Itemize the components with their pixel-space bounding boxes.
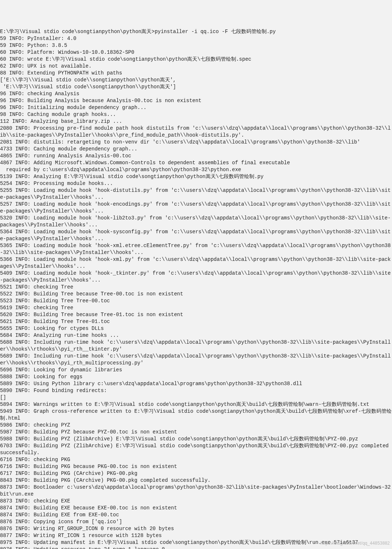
log-line-31: 5619 INFO: checking Tree xyxy=(0,304,392,311)
log-line-48: 6703 INFO: Building PYZ (ZlibArchive) E:… xyxy=(0,443,392,456)
log-line-55: 8874 INFO: Building EXE because EXE-00.t… xyxy=(0,505,392,512)
log-line-47: 5988 INFO: Building PYZ (ZlibArchive) E:… xyxy=(0,436,392,443)
log-line-53: 8873 INFO: Bootloader c:\users\dzq\appda… xyxy=(0,484,392,498)
log-line-49: 6716 INFO: checking PKG xyxy=(0,456,392,463)
log-line-33: 5621 INFO: Building Tree Tree-01.toc xyxy=(0,318,392,325)
log-line-13: 2080 INFO: Processing pre-find module pa… xyxy=(0,125,392,139)
log-line-11: 98 INFO: Caching module graph hooks... xyxy=(0,111,392,118)
terminal-output[interactable]: E:\学习\Visual stdio code\songtianpython\p… xyxy=(0,28,392,549)
log-line-3: 60 INFO: wrote E:\学习\Visual stdio code\s… xyxy=(0,56,392,63)
log-line-28: 5521 INFO: checking Tree xyxy=(0,284,392,291)
log-line-19: 5139 INFO: Analyzing E:\学习\Visual stdio … xyxy=(0,173,392,180)
log-line-12: 112 INFO: Analyzing base_library.zip ... xyxy=(0,118,392,125)
log-line-7: 'E:\\学习\\Visual stdio code\\songtianpyth… xyxy=(0,84,392,90)
log-line-32: 5620 INFO: Building Tree because Tree-01… xyxy=(0,311,392,318)
log-line-40: 5889 INFO: Using Python library c:\users… xyxy=(0,380,392,387)
log-line-17: 4867 INFO: Adding Microsoft.Windows.Comm… xyxy=(0,160,392,166)
log-line-51: 6717 INFO: Building PKG (CArchive) PKG-0… xyxy=(0,470,392,477)
log-line-41: 5890 INFO: Found binding redirects: xyxy=(0,387,392,394)
log-line-8: 96 INFO: checking Analysis xyxy=(0,90,392,97)
log-line-25: 5365 INFO: Loading module hook 'hook-xml… xyxy=(0,242,392,256)
log-line-59: 8877 INFO: Writing RT_ICON 1 resource wi… xyxy=(0,532,392,539)
log-line-0: 59 INFO: PyInstaller: 4.0 xyxy=(0,35,392,42)
log-line-45: 5986 INFO: checking PYZ xyxy=(0,422,392,429)
log-line-26: 5366 INFO: Loading module hook 'hook-xml… xyxy=(0,256,392,270)
log-line-24: 5364 INFO: Loading module hook 'hook-sys… xyxy=(0,229,392,242)
log-line-4: 62 INFO: UPX is not available. xyxy=(0,63,392,70)
log-line-54: 8873 INFO: checking EXE xyxy=(0,498,392,505)
prompt-line: E:\学习\Visual stdio code\songtianpython\p… xyxy=(0,28,392,35)
log-line-16: 4865 INFO: running Analysis Analysis-00.… xyxy=(0,153,392,160)
log-line-57: 8876 INFO: Copying icons from ['qq.ico'] xyxy=(0,518,392,525)
log-line-23: 5320 INFO: Loading module hook 'hook-lib… xyxy=(0,215,392,229)
log-line-14: 2081 INFO: distutils: retargeting to non… xyxy=(0,139,392,146)
watermark-text: https://blog.csdn.net/qq_44853882 xyxy=(320,540,390,547)
log-line-52: 8843 INFO: Building PKG (CArchive) PKG-0… xyxy=(0,477,392,484)
log-line-20: 5254 INFO: Processing module hooks... xyxy=(0,180,392,187)
log-line-5: 88 INFO: Extending PYTHONPATH with paths xyxy=(0,70,392,77)
log-line-38: 5696 INFO: Looking for dynamic libraries xyxy=(0,367,392,374)
log-line-9: 96 INFO: Building Analysis because Analy… xyxy=(0,97,392,104)
log-line-42: [] xyxy=(0,394,392,401)
log-line-35: 5684 INFO: Analyzing run-time hooks ... xyxy=(0,332,392,339)
log-line-56: 8874 INFO: Building EXE from EXE-00.toc xyxy=(0,512,392,518)
log-line-39: 5888 INFO: Looking for eggs xyxy=(0,374,392,380)
log-line-15: 4733 INFO: Caching module dependency gra… xyxy=(0,146,392,153)
log-line-10: 96 INFO: Initializing module dependency … xyxy=(0,104,392,111)
log-line-36: 5688 INFO: Including run-time hook 'c:\\… xyxy=(0,339,392,353)
log-line-58: 8876 INFO: Writing RT_GROUP_ICON 0 resou… xyxy=(0,525,392,532)
log-line-21: 5255 INFO: Loading module hook 'hook-dis… xyxy=(0,187,392,201)
log-line-37: 5689 INFO: Including run-time hook 'c:\\… xyxy=(0,353,392,367)
log-line-34: 5655 INFO: Looking for ctypes DLLs xyxy=(0,325,392,332)
log-line-2: 60 INFO: Platform: Windows-10-10.0.18362… xyxy=(0,49,392,56)
log-line-43: 5894 INFO: Warnings written to E:\学习\Vis… xyxy=(0,401,392,408)
log-line-22: 5257 INFO: Loading module hook 'hook-enc… xyxy=(0,201,392,215)
log-line-46: 5987 INFO: Building PYZ because PYZ-00.t… xyxy=(0,429,392,436)
log-line-30: 5523 INFO: Building Tree Tree-00.toc xyxy=(0,298,392,304)
log-line-44: 5949 INFO: Graph cross-reference written… xyxy=(0,408,392,422)
log-line-18: required by c:\users\dzq\appdata\local\p… xyxy=(0,166,392,173)
log-line-50: 6716 INFO: Building PKG because PKG-00.t… xyxy=(0,463,392,470)
log-line-6: ['E:\\学习\\Visual stdio code\\songtianpyt… xyxy=(0,77,392,84)
log-line-29: 5522 INFO: Building Tree because Tree-00… xyxy=(0,291,392,298)
log-line-1: 59 INFO: Python: 3.8.5 xyxy=(0,42,392,49)
log-line-27: 5409 INFO: Loading module hook 'hook-_tk… xyxy=(0,270,392,284)
